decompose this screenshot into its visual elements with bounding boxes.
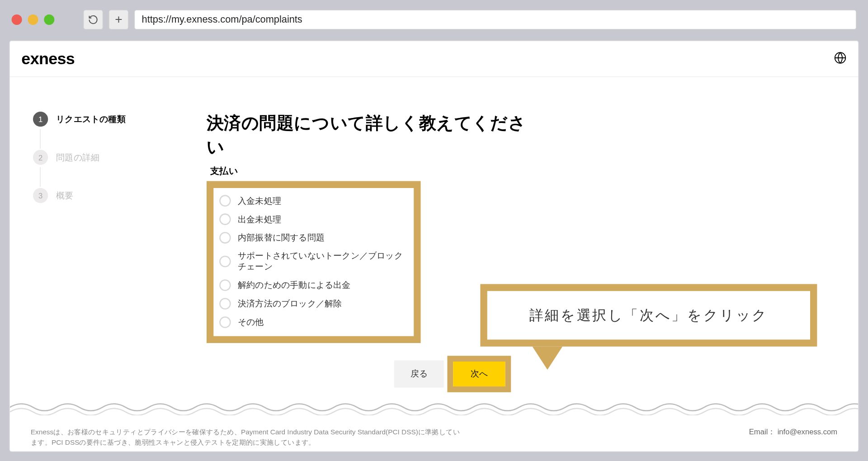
option-label: 解約のための手動による出金 bbox=[238, 280, 351, 291]
minimize-window-button[interactable] bbox=[28, 14, 38, 25]
traffic-lights bbox=[12, 14, 55, 25]
app-header: exness bbox=[10, 41, 858, 77]
main-panel: 決済の問題について詳しく教えてください 支払い 入金未処理 出金未処理 内部振替… bbox=[207, 112, 531, 392]
button-row: 戻る 次へ bbox=[394, 356, 531, 392]
callout-text: 詳細を選択し「次へ」をクリック bbox=[480, 284, 817, 346]
page-viewport: exness 1 リクエストの種類 2 問題の詳細 3 概要 bbox=[9, 41, 859, 452]
step-request-type[interactable]: 1 リクエストの種類 bbox=[33, 112, 207, 127]
url-text: https://my.exness.com/pa/complaints bbox=[142, 14, 302, 26]
option-withdrawal-unprocessed[interactable]: 出金未処理 bbox=[218, 210, 409, 229]
logo[interactable]: exness bbox=[21, 49, 75, 68]
option-unsupported-token[interactable]: サポートされていないトークン／ブロックチェーン bbox=[218, 247, 409, 276]
radio-icon bbox=[219, 316, 231, 328]
browser-frame: + https://my.exness.com/pa/complaints ex… bbox=[5, 5, 863, 456]
reload-button[interactable] bbox=[83, 10, 103, 30]
radio-icon bbox=[219, 256, 231, 268]
section-label: 支払い bbox=[210, 165, 531, 178]
maximize-window-button[interactable] bbox=[44, 14, 54, 25]
globe-icon bbox=[834, 51, 846, 64]
footer-disclaimer: Exnessは、お客様のセキュリティとプライバシーを確保するため、Payment… bbox=[31, 427, 465, 448]
email-value[interactable]: info@exness.com bbox=[778, 428, 838, 436]
option-internal-transfer[interactable]: 内部振替に関する問題 bbox=[218, 229, 409, 247]
next-button[interactable]: 次へ bbox=[453, 362, 505, 386]
option-deposit-unprocessed[interactable]: 入金未処理 bbox=[218, 192, 409, 210]
wavy-divider-icon bbox=[10, 399, 859, 415]
close-window-button[interactable] bbox=[12, 14, 22, 25]
back-button[interactable]: 戻る bbox=[394, 360, 444, 387]
new-tab-button[interactable]: + bbox=[109, 10, 129, 30]
step-number: 2 bbox=[33, 150, 48, 165]
callout-tail-icon bbox=[533, 347, 563, 370]
footer: Exnessは、お客様のセキュリティとプライバシーを確保するため、Payment… bbox=[31, 427, 837, 448]
browser-toolbar: + https://my.exness.com/pa/complaints bbox=[5, 5, 863, 35]
radio-icon bbox=[219, 213, 231, 225]
step-label: 問題の詳細 bbox=[56, 152, 99, 163]
next-button-highlight: 次へ bbox=[447, 356, 511, 392]
option-label: サポートされていないトークン／ブロックチェーン bbox=[238, 250, 408, 273]
option-manual-withdrawal[interactable]: 解約のための手動による出金 bbox=[218, 276, 409, 295]
plus-icon: + bbox=[115, 13, 122, 26]
option-payment-block[interactable]: 決済方法のブロック／解除 bbox=[218, 295, 409, 313]
footer-email: Email： info@exness.com bbox=[749, 427, 837, 437]
step-label: リクエストの種類 bbox=[56, 114, 126, 125]
radio-icon bbox=[219, 298, 231, 310]
steps-sidebar: 1 リクエストの種類 2 問題の詳細 3 概要 bbox=[33, 112, 207, 392]
email-label: Email： bbox=[749, 428, 775, 436]
radio-icon bbox=[219, 195, 231, 207]
option-label: 入金未処理 bbox=[238, 195, 281, 206]
option-label: 出金未処理 bbox=[238, 214, 281, 225]
step-label: 概要 bbox=[56, 190, 73, 201]
page-title: 決済の問題について詳しく教えてください bbox=[207, 112, 531, 159]
step-number: 3 bbox=[33, 188, 48, 203]
url-bar[interactable]: https://my.exness.com/pa/complaints bbox=[134, 10, 856, 30]
step-number: 1 bbox=[33, 112, 48, 127]
instruction-callout: 詳細を選択し「次へ」をクリック bbox=[480, 284, 817, 346]
payment-options-group: 入金未処理 出金未処理 内部振替に関する問題 サポートされていないトークン／ブロ… bbox=[207, 181, 421, 343]
reload-icon bbox=[88, 14, 99, 25]
option-label: その他 bbox=[238, 317, 264, 328]
radio-icon bbox=[219, 232, 231, 244]
language-button[interactable] bbox=[834, 51, 846, 66]
option-other[interactable]: その他 bbox=[218, 313, 409, 331]
step-issue-details[interactable]: 2 問題の詳細 bbox=[33, 150, 207, 165]
option-label: 内部振替に関する問題 bbox=[238, 232, 325, 243]
option-label: 決済方法のブロック／解除 bbox=[238, 298, 342, 309]
radio-icon bbox=[219, 279, 231, 291]
step-summary[interactable]: 3 概要 bbox=[33, 188, 207, 203]
